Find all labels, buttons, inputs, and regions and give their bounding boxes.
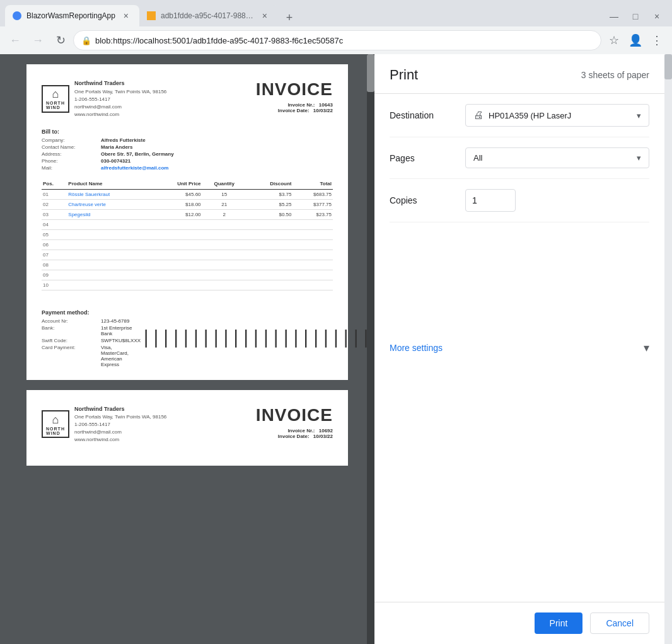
company-logo: ⌂ NORTHWIND: [42, 85, 69, 113]
cell-name: [67, 270, 152, 280]
back-button[interactable]: ←: [5, 30, 25, 50]
cell-discount: $0.50: [246, 209, 293, 219]
pages-value: All: [473, 153, 482, 163]
table-row: 04: [42, 219, 333, 229]
profile-button[interactable]: 👤: [625, 30, 646, 50]
cell-pos: 05: [42, 229, 67, 239]
cell-qty: [202, 229, 246, 239]
more-settings-chevron-icon: ▾: [644, 341, 649, 355]
tab-1-close[interactable]: ×: [120, 10, 132, 21]
table-row: 08: [42, 260, 333, 270]
cell-pos: 02: [42, 199, 67, 209]
tab-2-label: adb1fdde-a95c-4017-9883-f6c1e: [161, 11, 254, 20]
cell-unit_price: [152, 239, 202, 250]
cell-discount: [246, 280, 293, 290]
cell-qty: [202, 260, 246, 270]
print-title: Print: [390, 67, 418, 83]
forward-button[interactable]: →: [28, 30, 48, 50]
invoice-date-2: 10/03/22: [313, 434, 333, 439]
cell-total: [293, 250, 333, 260]
browser-chrome: BlazorWasmReportingApp × adb1fdde-a95c-4…: [0, 0, 672, 54]
cell-unit_price: [152, 229, 202, 239]
mail-field-val: alfredsfutterkiste@mail.com: [101, 165, 333, 171]
cell-name: Spegesild: [67, 209, 152, 219]
bill-to-section: Bill to: Company: Alfreds Futterkiste Co…: [42, 129, 333, 171]
table-row: 05: [42, 229, 333, 239]
right-panel-scrollbar[interactable]: [664, 54, 672, 644]
mail-field-label: Mail:: [42, 165, 98, 171]
lock-icon: 🔒: [81, 36, 91, 45]
company-logo-2: ⌂ NORTHWIND: [42, 410, 69, 438]
maximize-button[interactable]: □: [625, 6, 646, 26]
tab-bar: BlazorWasmReportingApp × adb1fdde-a95c-4…: [0, 0, 672, 26]
preview-area: ⌂ NORTHWIND Northwind Traders One Portal…: [0, 54, 374, 644]
address-bar[interactable]: 🔒 blob:https://localhost:5001/adb1fdde-a…: [73, 30, 601, 50]
cell-pos: 08: [42, 260, 67, 270]
bill-to-label: Bill to:: [42, 129, 333, 135]
account-nr-val: 123-45-6789: [101, 318, 141, 324]
cell-qty: 15: [202, 189, 246, 199]
cancel-button[interactable]: Cancel: [590, 612, 649, 634]
cell-pos: 03: [42, 209, 67, 219]
company-address: One Portals Way, Twin Points WA, 98156: [74, 88, 166, 96]
destination-chevron-icon: ▾: [637, 111, 641, 120]
invoice-title-2: INVOICE: [256, 405, 333, 425]
tab-1-favicon: [13, 11, 21, 20]
print-button[interactable]: Print: [535, 612, 583, 634]
cell-unit_price: $45.60: [152, 189, 202, 199]
cell-pos: 04: [42, 219, 67, 229]
new-tab-button[interactable]: +: [281, 9, 298, 26]
cell-total: $377.75: [293, 199, 333, 209]
cell-total: [293, 280, 333, 290]
cell-total: [293, 260, 333, 270]
cell-name: [67, 260, 152, 270]
tab-2-favicon: [147, 11, 156, 20]
invoice-nr-label: Invoice Nr.:: [287, 102, 315, 108]
reload-button[interactable]: ↻: [50, 30, 71, 50]
invoice-title: INVOICE: [256, 79, 333, 100]
tab-2[interactable]: adb1fdde-a95c-4017-9883-f6c1e ×: [139, 5, 278, 26]
minimize-button[interactable]: —: [604, 6, 624, 26]
destination-label: Destination: [390, 110, 465, 120]
content-area: ⌂ NORTHWIND Northwind Traders One Portal…: [0, 54, 672, 644]
cell-discount: [246, 270, 293, 280]
cell-pos: 07: [42, 250, 67, 260]
cell-qty: 21: [202, 199, 246, 209]
address-text: blob:https://localhost:5001/adb1fdde-a95…: [95, 36, 343, 45]
cell-unit_price: [152, 270, 202, 280]
close-button[interactable]: ×: [647, 6, 667, 26]
copies-label: Copies: [390, 195, 465, 205]
right-scrollbar-thumb: [664, 54, 672, 79]
cell-qty: [202, 250, 246, 260]
more-settings-row[interactable]: More settings ▾: [374, 331, 664, 365]
cell-pos: 06: [42, 239, 67, 250]
invoice-nr-2: 10692: [319, 428, 333, 434]
cell-name: [67, 280, 152, 290]
cell-qty: [202, 280, 246, 290]
pages-dropdown[interactable]: All ▾: [465, 147, 649, 168]
col-pos: Pos.: [42, 178, 67, 190]
more-settings-label: More settings: [390, 343, 443, 353]
destination-dropdown[interactable]: 🖨 HP01A359 (HP LaserJ ▾: [465, 104, 649, 127]
printer-icon: 🖨: [473, 110, 484, 121]
invoice-nr-label-2: Invoice Nr.:: [287, 428, 315, 434]
cell-total: [293, 270, 333, 280]
cell-discount: [246, 239, 293, 250]
tab-1-active[interactable]: BlazorWasmReportingApp ×: [5, 5, 139, 26]
sheets-info: 3 sheets of paper: [581, 70, 649, 80]
col-qty: Quantity: [202, 178, 246, 190]
company-phone: 1-206-555-1417: [74, 96, 166, 103]
preview-scrollbar[interactable]: [367, 54, 374, 644]
destination-value: HP01A359 (HP LaserJ: [489, 111, 571, 120]
col-discount: Discount: [246, 178, 293, 190]
pages-row: Pages All ▾: [390, 137, 649, 179]
cell-total: $683.75: [293, 189, 333, 199]
menu-button[interactable]: ⋮: [647, 30, 667, 50]
company-field-val: Alfreds Futterkiste: [101, 137, 333, 143]
bookmark-button[interactable]: ☆: [604, 30, 624, 50]
col-product: Product Name: [67, 178, 152, 190]
cell-discount: [246, 219, 293, 229]
copies-input[interactable]: [465, 189, 516, 212]
scrollbar-thumb: [367, 54, 374, 92]
tab-2-close[interactable]: ×: [259, 10, 270, 21]
